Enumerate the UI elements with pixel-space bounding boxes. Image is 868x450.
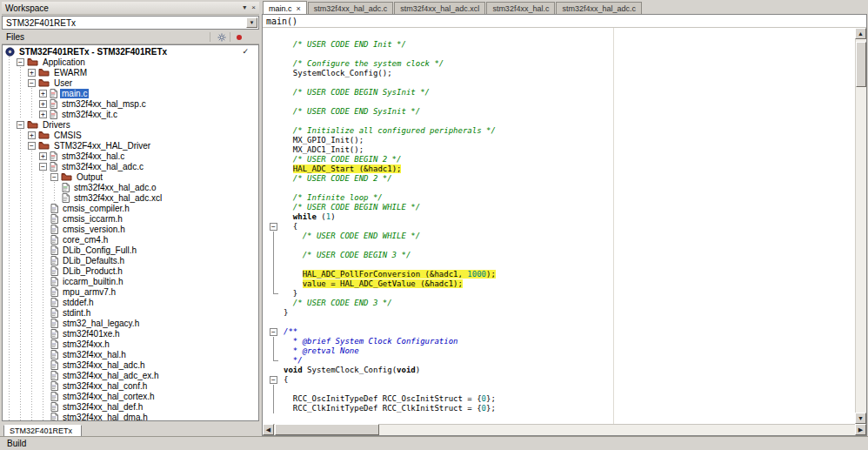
code-line[interactable]: while (1) (263, 212, 866, 222)
code-line[interactable]: /* USER CODE BEGIN SysInit */ (263, 88, 866, 97)
code-line[interactable]: void SystemClock_Config(void) (263, 366, 866, 375)
code-line[interactable] (263, 78, 866, 88)
collapse-icon[interactable]: − (17, 58, 24, 66)
code-line[interactable] (263, 241, 866, 251)
code-line[interactable]: * @retval None (263, 346, 866, 356)
code-line[interactable]: MX_GPIO_Init(); (263, 136, 866, 145)
tree-item[interactable]: +stm32f4xx_it.c (3, 109, 258, 119)
collapse-icon[interactable]: − (28, 142, 36, 150)
editor-tab[interactable]: stm32f4xx_hal.c (486, 2, 555, 14)
tree-item[interactable]: core_cm4.h (3, 234, 258, 245)
tree-item[interactable]: stdint.h (3, 307, 258, 318)
project-selector[interactable]: STM32F401RETx ▼ (2, 16, 259, 30)
expand-icon[interactable]: + (39, 100, 47, 108)
tree-item[interactable]: +EWARM (3, 67, 258, 77)
code-line[interactable] (263, 184, 866, 193)
dropdown-arrow-icon[interactable]: ▼ (246, 17, 257, 28)
tree-item[interactable]: −User (3, 77, 258, 88)
expand-icon[interactable]: + (28, 69, 36, 77)
tree-item[interactable]: stm32f4xx_hal_adc_ex.h (3, 370, 258, 380)
fold-collapse-icon[interactable]: − (270, 376, 277, 384)
code-line[interactable]: /* USER CODE END SysInit */ (263, 107, 866, 117)
tab-close-icon[interactable]: × (297, 4, 301, 13)
editor-tab[interactable]: main.c× (263, 1, 307, 14)
tree-item[interactable]: STM32F401RETx - STM32F401RETx✓ (3, 46, 258, 57)
code-line[interactable]: /* Initialize all configured peripherals… (263, 126, 866, 136)
tree-item[interactable]: −Application (3, 57, 258, 67)
code-line[interactable]: − { (263, 222, 866, 232)
function-selector[interactable]: main() (263, 15, 866, 28)
tree-item[interactable]: stm32f4xx_hal_conf.h (3, 380, 258, 391)
collapse-icon[interactable]: − (28, 79, 36, 87)
editor-tab[interactable]: stm32f4xx_hal_adc.c (556, 2, 642, 14)
horizontal-scroll-thumb[interactable] (275, 424, 379, 435)
tree-item[interactable]: stm32f4xx_hal_def.h (3, 401, 258, 412)
code-line[interactable]: /* USER CODE BEGIN 3 */ (263, 251, 866, 260)
code-line[interactable] (263, 318, 866, 327)
code-line[interactable]: /* Configure the system clock */ (263, 59, 866, 69)
tree-item[interactable]: stm32f4xx_hal_adc.h (3, 359, 258, 370)
expand-icon[interactable]: + (39, 90, 47, 97)
fold-collapse-icon[interactable]: − (270, 223, 277, 231)
code-line[interactable]: SystemClock_Config(); (263, 69, 866, 78)
tree-item[interactable]: DLib_Config_Full.h (3, 245, 258, 255)
scroll-up-button[interactable]: ▲ (855, 28, 866, 39)
tree-item[interactable]: stm32f4xx_hal.h (3, 349, 258, 359)
tree-item[interactable]: stddef.h (3, 297, 258, 307)
code-line[interactable] (263, 385, 866, 394)
code-line[interactable]: value = HAL_ADC_GetValue (&hadc1); (263, 279, 866, 289)
code-line[interactable]: } (263, 289, 866, 299)
tree-item[interactable]: stm32f4xx.h (3, 339, 258, 349)
code-line[interactable] (263, 117, 866, 126)
tree-item[interactable]: −STM32F4xx_HAL_Driver (3, 140, 258, 151)
code-editor[interactable]: /* USER CODE END Init */ /* Configure th… (263, 28, 866, 424)
tree-item[interactable]: stm32_hal_legacy.h (3, 318, 258, 328)
tree-item[interactable]: +stm32f4xx_hal_msp.c (3, 98, 258, 109)
workspace-titlebar[interactable]: Workspace ▾ × (2, 2, 259, 15)
expand-icon[interactable]: + (39, 152, 47, 160)
scroll-down-button[interactable]: ▼ (855, 413, 866, 424)
tree-item[interactable]: stm32f4xx_hal_dma.h (3, 412, 258, 421)
tree-item[interactable]: mpu_armv7.h (3, 286, 258, 297)
scroll-left-button[interactable]: ◀ (263, 424, 274, 435)
tree-item[interactable]: DLib_Defaults.h (3, 255, 258, 265)
build-tab[interactable]: Build (7, 439, 26, 448)
tree-item[interactable]: +main.c (3, 88, 258, 98)
tree-item[interactable]: −Output (3, 171, 258, 182)
code-line[interactable]: RCC_ClkInitTypeDef RCC_ClkInitStruct = {… (263, 404, 866, 413)
expand-icon[interactable]: + (28, 131, 36, 139)
tree-item[interactable]: −stm32f4xx_hal_adc.c (3, 161, 258, 171)
tree-item[interactable]: +stm32f4xx_hal.c (3, 151, 258, 161)
tree-item[interactable]: cmsis_version.h (3, 224, 258, 234)
fold-collapse-icon[interactable]: − (270, 328, 277, 336)
code-line[interactable]: /* USER CODE BEGIN WHILE */ (263, 203, 866, 212)
code-line[interactable]: MX_ADC1_Init(); (263, 145, 866, 155)
tree-item[interactable]: cmsis_iccarm.h (3, 213, 258, 224)
collapse-icon[interactable]: − (39, 163, 47, 171)
code-line[interactable]: −{ (263, 375, 866, 385)
tree-item[interactable]: −Drivers (3, 119, 258, 130)
tree-item[interactable]: DLib_Product.h (3, 265, 258, 276)
expand-icon[interactable]: + (39, 111, 47, 118)
tree-item[interactable]: cmsis_compiler.h (3, 203, 258, 213)
code-line[interactable]: } (263, 308, 866, 318)
code-line[interactable]: /* Infinite loop */ (263, 193, 866, 203)
horizontal-scrollbar[interactable]: ◀ ▶ (263, 424, 866, 435)
tree-item[interactable]: iccarm_builtin.h (3, 276, 258, 286)
collapse-icon[interactable]: − (50, 173, 58, 181)
code-line[interactable]: * @brief System Clock Configuration (263, 337, 866, 346)
code-line[interactable] (263, 260, 866, 270)
chevron-down-icon[interactable]: ▾ (243, 3, 246, 12)
tree-item[interactable]: stm32f4xx_hal_cortex.h (3, 391, 258, 401)
code-line[interactable] (263, 97, 866, 107)
tree-item[interactable]: stm32f4xx_hal_adc.xcl (3, 192, 258, 203)
code-line[interactable]: RCC_OscInitTypeDef RCC_OscInitStruct = {… (263, 394, 866, 404)
code-line[interactable]: */ (263, 356, 866, 366)
code-line[interactable]: HAL_ADC_Start (&hadc1); (263, 165, 866, 174)
code-line[interactable]: HAL_ADC_PollForConversion (&hadc1, 1000)… (263, 270, 866, 279)
editor-tab[interactable]: stm32f4xx_hal_adc.c (308, 2, 394, 14)
code-line[interactable] (263, 50, 866, 59)
code-line[interactable]: /* USER CODE END Init */ (263, 40, 866, 50)
code-line[interactable]: −/** (263, 327, 866, 337)
editor-tab[interactable]: stm32f4xx_hal_adc.xcl (394, 2, 485, 14)
